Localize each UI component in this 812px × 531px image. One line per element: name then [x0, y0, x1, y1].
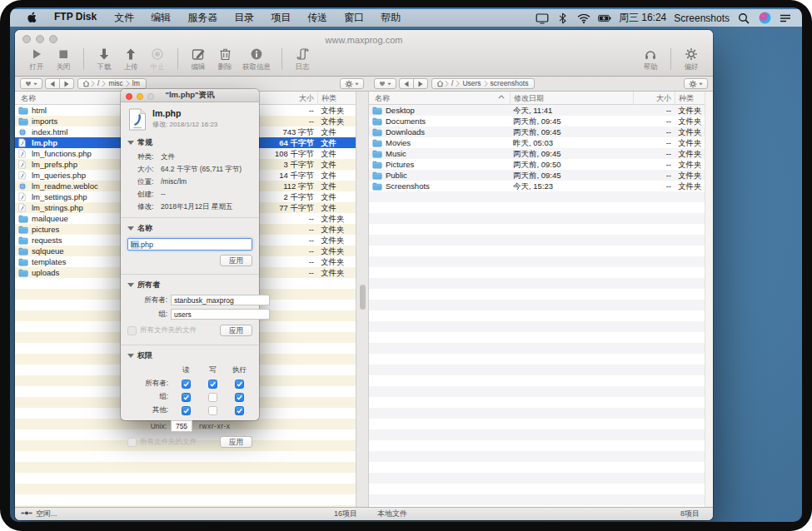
remote-breadcrumb[interactable]: /misclm — [77, 78, 147, 89]
apply-name-button[interactable]: 应用 — [220, 255, 252, 266]
menu-item-传送[interactable]: 传送 — [299, 11, 336, 25]
general-section-header[interactable]: 常规 — [127, 135, 253, 151]
owner-section-header[interactable]: 所有者 — [127, 277, 253, 293]
file-name: mailqueue — [32, 213, 68, 224]
breadcrumb-segment[interactable]: misc — [107, 79, 124, 88]
filename-input[interactable]: lm.php — [127, 238, 252, 251]
vertical-scrollbar[interactable] — [356, 92, 369, 507]
php-icon — [18, 138, 26, 147]
minimize-window-button[interactable] — [36, 35, 44, 43]
notification-list-icon[interactable] — [779, 12, 792, 25]
column-header-kind[interactable]: 种类 — [317, 92, 356, 105]
menu-clock[interactable]: 周三 16:24 — [619, 11, 666, 25]
menu-item-目录[interactable]: 目录 — [226, 11, 262, 25]
local-favorites-button[interactable] — [374, 78, 396, 89]
file-row-Downloads[interactable]: Downloads两天前, 09:45--文件夹 — [369, 127, 713, 137]
menu-item-窗口[interactable]: 窗口 — [336, 11, 372, 25]
apply-owner-button[interactable]: 应用 — [220, 325, 252, 336]
checkbox-checked[interactable] — [235, 380, 244, 389]
path-bar: /misclm /Usersscreenshots — [15, 77, 713, 92]
chevron-right-icon — [456, 80, 460, 87]
wifi-icon[interactable] — [577, 12, 590, 25]
download-button[interactable]: 下载 — [91, 47, 117, 72]
menu-status-app[interactable]: Screenshots — [674, 12, 730, 24]
checkbox-checked[interactable] — [182, 406, 191, 415]
checkbox-checked[interactable] — [235, 406, 244, 415]
file-row-Public[interactable]: Public两天前, 09:45--文件夹 — [369, 170, 713, 181]
checkbox-checked[interactable] — [182, 380, 191, 389]
display-icon[interactable] — [536, 12, 549, 25]
battery-charging-icon[interactable] — [598, 12, 611, 25]
abort-button[interactable]: 中止 — [144, 47, 171, 72]
dialog-close-button[interactable] — [126, 93, 132, 100]
local-actions-menu-button[interactable] — [684, 78, 708, 89]
file-row-Pictures[interactable]: Pictures两天前, 09:50--文件夹 — [369, 159, 713, 170]
group-input[interactable] — [171, 309, 270, 320]
file-size: 2 千字节 — [257, 191, 317, 202]
search-icon[interactable] — [737, 12, 750, 25]
menu-item-文件[interactable]: 文件 — [106, 11, 142, 25]
window-titlebar[interactable]: www.maxprog.com — [15, 30, 713, 47]
upload-button[interactable]: 上传 — [117, 47, 144, 72]
breadcrumb-segment[interactable]: / — [450, 79, 455, 88]
file-row-Screenshots[interactable]: Screenshots今天, 15:23--文件夹 — [369, 181, 713, 191]
checkbox-unchecked[interactable] — [208, 393, 217, 402]
edit-label: 编辑 — [192, 62, 206, 72]
file-row-Movies[interactable]: Movies昨天, 05:03--文件夹 — [369, 137, 713, 148]
remote-forward-button[interactable] — [59, 78, 74, 89]
checkbox-checked[interactable] — [182, 393, 191, 402]
menu-item-app[interactable]: FTP Disk — [45, 11, 106, 25]
divider — [121, 217, 259, 218]
checkbox-checked[interactable] — [208, 380, 217, 389]
column-header-size[interactable]: 大小 — [257, 92, 317, 105]
getinfo-button[interactable]: 获取信息 — [238, 47, 275, 72]
apply-permissions-button[interactable]: 应用 — [220, 436, 252, 448]
dialog-minimize-button[interactable] — [137, 93, 143, 100]
file-size: -- — [257, 246, 317, 256]
local-forward-button[interactable] — [413, 78, 428, 89]
siri-icon[interactable] — [758, 12, 771, 25]
remote-actions-menu-button[interactable] — [340, 78, 364, 89]
column-header-date[interactable]: 修改日期 — [510, 92, 633, 105]
close-button[interactable]: 关闭 — [50, 47, 77, 72]
menu-item-项目[interactable]: 项目 — [262, 11, 299, 25]
breadcrumb-segment[interactable]: / — [96, 79, 101, 88]
dialog-titlebar[interactable]: "lm.php"资讯 — [121, 89, 259, 102]
remote-back-button[interactable] — [45, 78, 60, 89]
zoom-window-button[interactable] — [49, 35, 57, 43]
file-row-Desktop[interactable]: Desktop今天, 11:41--文件夹 — [369, 105, 713, 116]
checkbox-unchecked[interactable] — [208, 406, 217, 415]
unix-mode-input[interactable]: 755 — [171, 420, 192, 432]
column-header-size[interactable]: 大小 — [633, 92, 675, 105]
help-button[interactable]: 帮助 — [637, 47, 664, 72]
column-header-name[interactable]: 名称 — [369, 92, 510, 105]
menu-item-编辑[interactable]: 编辑 — [142, 11, 179, 25]
delete-button[interactable]: 删除 — [212, 47, 238, 72]
php-icon — [18, 149, 26, 158]
edit-button[interactable]: 编辑 — [185, 47, 212, 72]
file-row-Music[interactable]: Music两天前, 09:45--文件夹 — [369, 148, 713, 159]
menu-item-帮助[interactable]: 帮助 — [372, 11, 409, 25]
name-section-header[interactable]: 名称 — [127, 221, 253, 236]
breadcrumb-segment[interactable]: screenshots — [489, 79, 531, 88]
selected-text: lm — [131, 241, 139, 249]
prefs-button[interactable]: 偏好 — [678, 47, 705, 72]
checkbox-checked[interactable] — [235, 393, 244, 402]
local-scrollbar[interactable] — [705, 92, 713, 507]
open-button[interactable]: 打开 — [23, 47, 50, 72]
bluetooth-icon[interactable] — [556, 12, 570, 25]
local-breadcrumb[interactable]: /Usersscreenshots — [431, 78, 535, 89]
breadcrumb-segment[interactable]: lm — [131, 79, 142, 88]
breadcrumb-segment[interactable]: Users — [461, 79, 482, 88]
scrollbar-thumb[interactable] — [360, 285, 366, 310]
close-window-button[interactable] — [22, 35, 31, 43]
menu-item-服务器[interactable]: 服务器 — [179, 11, 226, 25]
log-button[interactable]: 日志 — [289, 47, 316, 72]
remote-favorites-button[interactable] — [20, 78, 42, 89]
log-label: 日志 — [296, 62, 310, 72]
local-back-button[interactable] — [399, 78, 414, 89]
apple-menu-icon[interactable] — [25, 12, 38, 25]
owner-input[interactable] — [171, 295, 270, 305]
permissions-section-header[interactable]: 权限 — [127, 348, 253, 364]
file-row-Documents[interactable]: Documents两天前, 09:45--文件夹 — [369, 116, 713, 127]
